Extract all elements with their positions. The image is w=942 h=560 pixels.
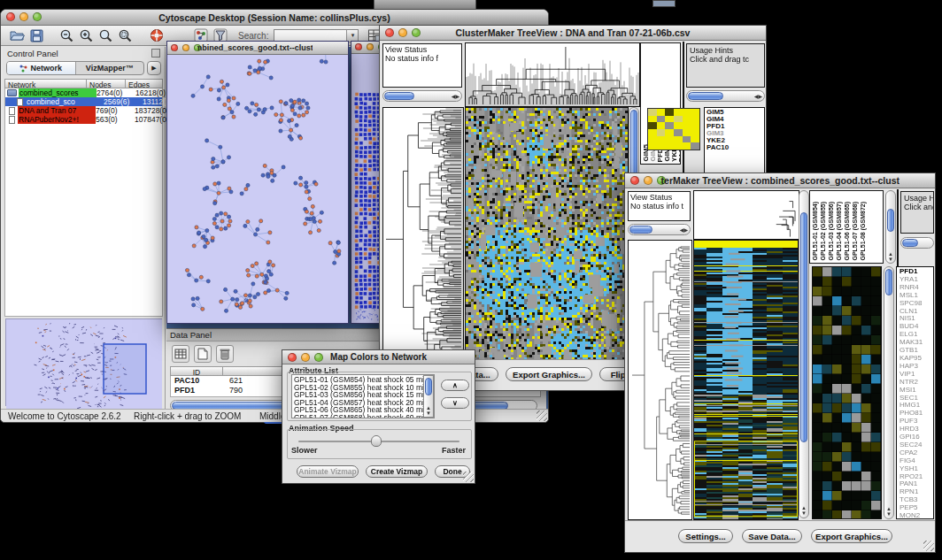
zoom-matrix-cell[interactable] — [691, 136, 699, 143]
tv2-status-hscrollbar[interactable]: ◀▶ — [628, 224, 691, 235]
attribute-list-item[interactable]: GPL51-07 (GSM868) heat shock 60 min — [294, 414, 429, 418]
gene-list-item[interactable]: MON2 — [900, 512, 923, 519]
zoom-out-icon[interactable] — [58, 27, 75, 44]
scroll-left-right-icons[interactable]: ◀▶ — [754, 94, 762, 99]
zoom-matrix-cell[interactable] — [674, 122, 683, 129]
zoom-in-icon[interactable] — [77, 27, 95, 44]
tv2-row-dendrogram[interactable] — [628, 240, 692, 520]
attribute-list-vscroll-thumb[interactable] — [425, 378, 432, 395]
scroll-up-down-icons[interactable]: ▲▼ — [801, 505, 807, 516]
zoom-matrix-cell[interactable] — [674, 136, 683, 143]
network-list-row[interactable]: combined_sco2569(6)13112(15) — [5, 97, 162, 106]
minimize-icon[interactable] — [398, 28, 407, 37]
zoom-matrix-cell[interactable] — [683, 122, 691, 129]
zoom-matrix-cell[interactable] — [648, 122, 657, 129]
overview-canvas[interactable] — [6, 319, 162, 415]
zoom-matrix-cell[interactable] — [648, 142, 657, 150]
tv2-zoom-heatmap-canvas[interactable] — [812, 266, 882, 519]
tv2-export-graphics-button[interactable]: Export Graphics... — [811, 529, 892, 543]
tv2-column-label[interactable]: GPL51-01 (GSM854) — [812, 202, 818, 261]
zoom-matrix-cell[interactable] — [691, 109, 699, 116]
tv2-hints-hscrollbar[interactable] — [900, 237, 934, 249]
open-session-icon[interactable] — [8, 27, 26, 44]
speed-slider-thumb[interactable] — [371, 435, 382, 447]
close-icon[interactable] — [355, 43, 362, 50]
tv1-zoom-row-label[interactable]: PAC10 — [706, 144, 729, 151]
network1-view-canvas[interactable] — [167, 55, 348, 323]
tv2-heatmap-canvas[interactable] — [693, 240, 799, 520]
zoom-matrix-cell[interactable] — [691, 142, 699, 150]
tv2-column-dendrogram[interactable] — [693, 190, 799, 240]
network-list-row[interactable]: DNA and Tran 07769(0)183728(0) — [5, 106, 162, 115]
col-header-network[interactable]: Network — [4, 79, 87, 88]
tv2-column-label[interactable]: GPL51-06 (GSM865) — [844, 202, 850, 261]
tab-network[interactable]: Network — [7, 62, 76, 74]
tab-vizmapper[interactable]: VizMapper™ — [76, 62, 144, 74]
zoom-matrix-cell[interactable] — [648, 136, 657, 143]
help-lifering-icon[interactable] — [148, 27, 166, 44]
tv2-status-hscroll-thumb[interactable] — [629, 226, 652, 234]
zoom-matrix-cell[interactable] — [648, 116, 657, 123]
close-icon[interactable] — [171, 44, 178, 51]
scroll-up-down-icons[interactable]: ▲▼ — [426, 405, 431, 416]
tv2-column-labels-panel[interactable]: GPL51-01 (GSM854)GPL51-02 (GSM855)GPL51-… — [809, 190, 884, 264]
create-vizmap-button[interactable]: Create Vizmap — [366, 465, 428, 478]
tv2-genes-vscrollbar[interactable]: ▲▼ — [884, 266, 894, 519]
zoom-matrix-cell[interactable] — [665, 136, 674, 143]
zoom-matrix-cell[interactable] — [657, 136, 666, 143]
tv1-status-hscroll-thumb[interactable] — [384, 92, 414, 100]
zoom-matrix-cell[interactable] — [674, 116, 683, 123]
zoom-matrix-cell[interactable] — [657, 129, 666, 136]
float-panel-icon[interactable] — [151, 49, 160, 58]
zoom-matrix-cell[interactable] — [691, 122, 699, 129]
zoom-matrix-cell[interactable] — [674, 129, 683, 136]
zoom-matrix-cell[interactable] — [683, 129, 691, 136]
tv2-resize-grip[interactable] — [923, 541, 934, 551]
zoom-matrix-cell[interactable] — [665, 116, 674, 123]
save-session-icon[interactable] — [27, 27, 45, 44]
tv2-column-label[interactable]: GPL51-08 (GSM872) — [860, 202, 866, 261]
zoom-matrix-cell[interactable] — [665, 122, 674, 129]
zoom-matrix-cell[interactable] — [691, 116, 699, 123]
close-icon[interactable] — [288, 353, 297, 362]
tv2-heatmap-vscrollbar[interactable]: ▲▼ — [799, 190, 809, 518]
dialog-title-bar[interactable]: Map Colors to Network — [282, 350, 475, 364]
close-icon[interactable] — [385, 28, 394, 37]
tv2-hints-hscroll-thumb[interactable] — [902, 239, 918, 247]
minimize-icon[interactable] — [301, 353, 310, 362]
tv2-column-label[interactable]: GPL51-02 (GSM855) — [820, 202, 826, 261]
tv2-heatmap-vscroll-thumb[interactable] — [800, 212, 807, 442]
treeview1-title-bar[interactable]: ClusterMaker TreeView : DNA and Tran 07-… — [380, 26, 766, 41]
zoom-fit-icon[interactable] — [116, 27, 134, 44]
close-icon[interactable] — [6, 12, 15, 21]
tv2-labels-vscrollbar[interactable]: ▲▼ — [885, 190, 896, 264]
tv2-save-data-button[interactable]: Save Data... — [742, 529, 802, 543]
zoom-matrix-cell[interactable] — [674, 142, 683, 150]
zoom-matrix-cell[interactable] — [648, 109, 657, 116]
tv2-column-label[interactable]: GPL51-07 (GSM868) — [852, 202, 858, 261]
tv2-column-label[interactable]: GPL51-04 (GSM857) — [836, 202, 842, 261]
tv1-column-dendrogram[interactable] — [465, 42, 640, 107]
tv1-export-graphics-button[interactable]: Export Graphics... — [506, 367, 592, 381]
attribute-listbox[interactable]: GPL51-01 (GSM854) heat shock 05 minGPL51… — [291, 374, 435, 418]
main-resize-grip[interactable] — [537, 410, 547, 421]
tv2-labels-vscroll-thumb[interactable] — [887, 209, 894, 232]
zoom-matrix-cell[interactable] — [648, 129, 657, 136]
tv1-zoom-matrix[interactable] — [647, 108, 700, 150]
zoom-matrix-cell[interactable] — [674, 109, 683, 116]
col-header-edges[interactable]: Edges — [126, 79, 163, 88]
attribute-list-vscrollbar[interactable]: ▲▼ — [423, 375, 434, 418]
tv2-genes-vscroll-thumb[interactable] — [885, 269, 892, 295]
select-attributes-icon[interactable] — [172, 345, 189, 363]
search-dropdown-icon[interactable]: ▾ — [346, 30, 358, 42]
zoom-matrix-cell[interactable] — [665, 142, 674, 150]
animate-vizmap-button[interactable]: Animate Vizmap — [297, 465, 359, 478]
treeview2-title-bar[interactable]: ClusterMaker TreeView : combined_scores_… — [625, 173, 935, 188]
scroll-up-down-icons[interactable]: ▲▼ — [888, 251, 893, 262]
tv2-column-label[interactable]: GPL51-03 (GSM856) — [828, 202, 834, 261]
network1-title-bar[interactable]: combined_scores_good.txt--cluste... — [167, 42, 348, 55]
network-list-row[interactable]: combined_scores2764(0)16218(0) — [5, 88, 162, 97]
new-attribute-icon[interactable] — [194, 345, 212, 363]
scroll-left-right-icons[interactable]: ◀▶ — [680, 227, 688, 233]
tv1-row-dendrogram[interactable] — [382, 107, 464, 361]
